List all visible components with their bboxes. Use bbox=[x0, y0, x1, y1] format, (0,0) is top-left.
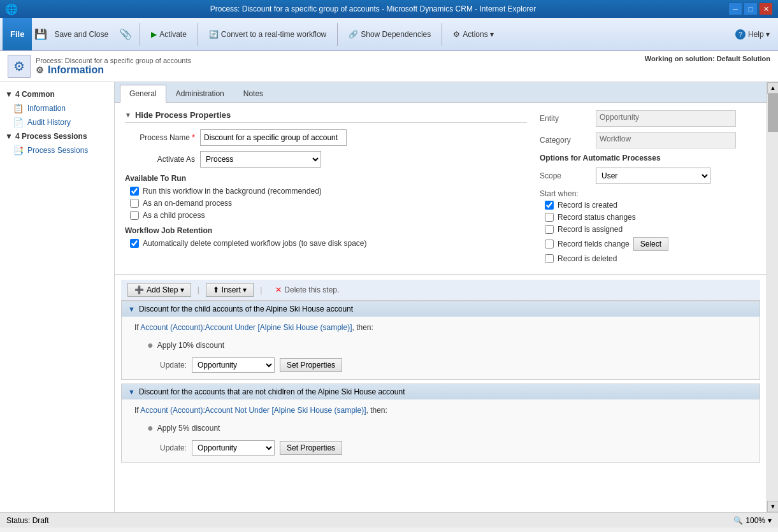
save-and-close-button[interactable]: Save and Close bbox=[48, 22, 114, 47]
sidebar: ▼ 4 Common 📋 Information 📄 Audit History… bbox=[0, 82, 115, 512]
convert-button[interactable]: 🔄 Convert to a real-time workflow bbox=[203, 22, 332, 47]
step-1-update-select[interactable]: Opportunity bbox=[192, 357, 275, 373]
title-bar-icon: 🌐 bbox=[5, 3, 18, 15]
process-name-input[interactable] bbox=[200, 129, 347, 146]
delete-step-button[interactable]: ✕ Delete this step. bbox=[268, 283, 346, 297]
zoom-area: 🔍 100% ▾ bbox=[733, 516, 772, 525]
toolbar-save-area: 💾 Save and Close bbox=[34, 22, 114, 47]
workflow-step-1: ▼ Discount for the child accounts of the… bbox=[121, 301, 760, 380]
select-fields-button[interactable]: Select bbox=[633, 237, 668, 251]
on-demand-label: As an on-demand process bbox=[143, 199, 232, 208]
add-step-button[interactable]: ➕ Add Step ▾ bbox=[127, 283, 191, 297]
start-when-assigned: Record is assigned bbox=[540, 225, 756, 234]
tab-general[interactable]: General bbox=[120, 85, 166, 103]
step-1-action-text: Apply 10% discount bbox=[157, 341, 224, 350]
content-area: General Administration Notes ▼ Hide Proc… bbox=[115, 82, 767, 512]
entity-value: Opportunity bbox=[596, 110, 736, 127]
toolbar-separator-3 bbox=[337, 23, 338, 46]
category-value: Workflow bbox=[596, 132, 736, 148]
scroll-down-button[interactable]: ▼ bbox=[767, 501, 778, 512]
start-fields-checkbox[interactable] bbox=[545, 240, 554, 248]
sidebar-section-process-sessions[interactable]: ▼ 4 Process Sessions bbox=[0, 129, 114, 143]
activate-as-label: Activate As bbox=[125, 155, 195, 164]
sidebar-item-information[interactable]: 📋 Information bbox=[0, 101, 114, 115]
step-1-set-properties-button[interactable]: Set Properties bbox=[280, 358, 342, 372]
title-bar-title: Process: Discount for a specific group o… bbox=[18, 4, 728, 13]
right-scrollbar: ▲ ▼ bbox=[767, 82, 778, 512]
step-1-title: Discount for the child accounts of the A… bbox=[139, 305, 353, 313]
step-2-condition-link[interactable]: Account (Account):Account Not Under [Alp… bbox=[140, 406, 366, 415]
zoom-icon: 🔍 bbox=[733, 516, 743, 525]
show-dependencies-button[interactable]: 🔗 Show Dependencies bbox=[343, 22, 436, 47]
start-when-label: Start when: bbox=[540, 189, 591, 198]
tab-administration[interactable]: Administration bbox=[166, 85, 234, 102]
step-1-condition-link[interactable]: Account (Account):Account Under [Alpine … bbox=[140, 323, 352, 332]
step-1-header: ▼ Discount for the child accounts of the… bbox=[122, 301, 760, 317]
start-deleted-checkbox[interactable] bbox=[545, 254, 554, 263]
on-demand-checkbox[interactable] bbox=[130, 199, 139, 208]
page-title-icon: ⚙ bbox=[36, 65, 44, 75]
scroll-up-button[interactable]: ▲ bbox=[767, 82, 778, 94]
sidebar-section-common[interactable]: ▼ 4 Common bbox=[0, 87, 114, 101]
workflow-toolbar: ➕ Add Step ▾ | ⬆ Insert ▾ | ✕ Delete thi… bbox=[121, 280, 760, 301]
insert-icon: ⬆ bbox=[213, 285, 219, 294]
scrollbar-thumb[interactable] bbox=[768, 94, 778, 132]
actions-button[interactable]: ⚙ Actions ▾ bbox=[447, 22, 500, 47]
auto-delete-checkbox[interactable] bbox=[130, 239, 139, 248]
tab-content: ▼ Hide Process Properties Process Name *… bbox=[115, 103, 767, 512]
auto-delete-label: Automatically delete completed workflow … bbox=[143, 239, 367, 248]
step-2-action: ● Apply 5% discount bbox=[134, 420, 747, 436]
activate-icon: ▶ bbox=[151, 30, 157, 39]
scope-row: Scope User bbox=[540, 168, 756, 184]
child-process-checkbox[interactable] bbox=[130, 211, 139, 220]
collapse-arrow[interactable]: ▼ bbox=[125, 111, 131, 119]
wf-separator-2: | bbox=[260, 285, 262, 294]
zoom-level: 100% bbox=[746, 516, 765, 525]
step-2-bullet: ● bbox=[147, 422, 154, 434]
toolbar: File 💾 Save and Close 📎 ▶ Activate 🔄 Con… bbox=[0, 18, 778, 51]
sidebar-item-process-sessions[interactable]: 📑 Process Sessions bbox=[0, 143, 114, 157]
step-2-update-select[interactable]: Opportunity bbox=[192, 440, 275, 456]
page-header-left: ⚙ Process: Discount for a specific group… bbox=[8, 55, 191, 78]
tab-notes[interactable]: Notes bbox=[234, 85, 273, 102]
status-text: Status: Draft bbox=[6, 516, 49, 525]
step-1-condition: If Account (Account):Account Under [Alpi… bbox=[134, 320, 747, 334]
step-1-update-row: Update: Opportunity Set Properties bbox=[134, 357, 747, 373]
step-2-action-text: Apply 5% discount bbox=[157, 424, 220, 433]
background-workflow-checkbox[interactable] bbox=[130, 187, 139, 196]
start-assigned-checkbox[interactable] bbox=[545, 225, 554, 234]
page-icon: ⚙ bbox=[8, 55, 31, 78]
activate-as-select[interactable]: Process bbox=[200, 151, 321, 168]
section-header: ▼ Hide Process Properties bbox=[125, 110, 527, 123]
minimize-button[interactable]: ─ bbox=[728, 3, 742, 15]
maximize-button[interactable]: □ bbox=[744, 3, 758, 15]
main-layout: ▼ 4 Common 📋 Information 📄 Audit History… bbox=[0, 82, 778, 512]
process-name-row: Process Name * bbox=[125, 129, 527, 146]
insert-button[interactable]: ⬆ Insert ▾ bbox=[206, 283, 254, 297]
start-created-checkbox[interactable] bbox=[545, 201, 554, 210]
sidebar-item-audit-history[interactable]: 📄 Audit History bbox=[0, 115, 114, 129]
toolbar-separator-2 bbox=[198, 23, 198, 46]
zoom-dropdown-icon[interactable]: ▾ bbox=[768, 516, 772, 525]
activate-as-row: Activate As Process bbox=[125, 151, 527, 168]
activate-button[interactable]: ▶ Activate bbox=[145, 22, 192, 47]
step-2-set-properties-button[interactable]: Set Properties bbox=[280, 441, 342, 455]
process-sessions-icon: 📑 bbox=[13, 145, 24, 155]
start-status-checkbox[interactable] bbox=[545, 213, 554, 222]
close-button[interactable]: ✕ bbox=[759, 3, 773, 15]
category-row: Category Workflow bbox=[540, 132, 756, 148]
required-marker: * bbox=[192, 133, 195, 142]
step-2-collapse[interactable]: ▼ bbox=[128, 388, 135, 396]
scope-select[interactable]: User bbox=[596, 168, 710, 184]
process-sessions-arrow: ▼ bbox=[5, 132, 13, 141]
page-title: ⚙ Information bbox=[36, 64, 191, 76]
step-2-header: ▼ Discount for the accounts that are not… bbox=[122, 384, 760, 399]
step-1-collapse[interactable]: ▼ bbox=[128, 305, 135, 313]
form-left: ▼ Hide Process Properties Process Name *… bbox=[125, 110, 527, 266]
entity-row: Entity Opportunity bbox=[540, 110, 756, 127]
start-when-section: Start when: Record is created Record sta… bbox=[540, 189, 756, 263]
file-button[interactable]: File bbox=[3, 18, 32, 50]
status-bar: Status: Draft 🔍 100% ▾ bbox=[0, 512, 778, 528]
page-icon-symbol: ⚙ bbox=[13, 59, 25, 74]
help-button[interactable]: ? Help ▾ bbox=[730, 22, 775, 47]
